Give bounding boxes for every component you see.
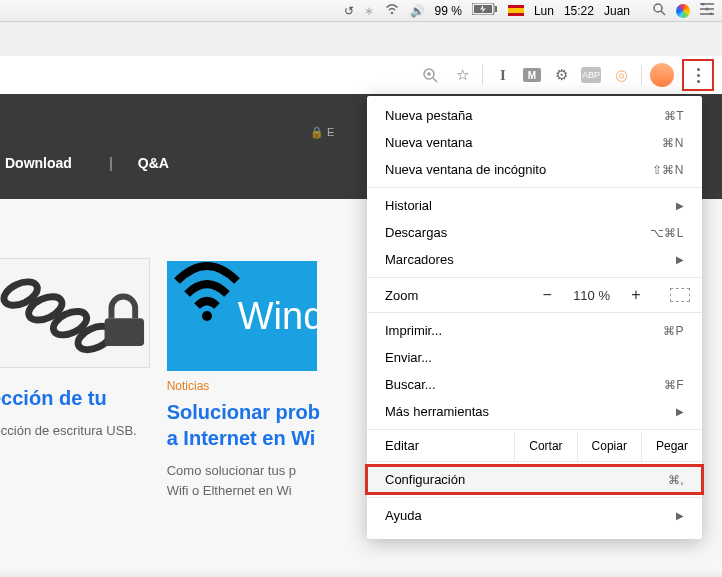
tab-strip-area xyxy=(0,22,722,56)
notification-center-icon[interactable] xyxy=(700,3,714,18)
menu-edit-row: Editar Cortar Copiar Pegar xyxy=(367,430,702,461)
svg-line-13 xyxy=(433,78,437,82)
card-image xyxy=(0,258,150,368)
edit-copy-button[interactable]: Copiar xyxy=(577,431,641,461)
zoom-value: 110 % xyxy=(573,288,610,303)
toolbar-separator xyxy=(482,65,483,85)
card-image: Wind xyxy=(167,261,317,371)
chrome-context-menu: Nueva pestaña⌘T Nueva ventana⌘N Nueva ve… xyxy=(367,96,702,539)
card-title: Solucionar proba Internet en Wi xyxy=(167,399,320,451)
svg-point-4 xyxy=(654,4,662,12)
edit-paste-button[interactable]: Pegar xyxy=(641,431,702,461)
profile-avatar[interactable] xyxy=(650,63,674,87)
page-nav: Download|Q&A xyxy=(5,155,194,171)
card-body: tección de escritura USB. xyxy=(0,421,137,441)
chevron-right-icon: ▶ xyxy=(676,254,684,265)
extension-instapaper-icon[interactable]: I xyxy=(491,63,515,87)
menu-settings[interactable]: Configuración⌘, xyxy=(367,466,702,493)
zoom-in-button[interactable]: + xyxy=(626,286,646,304)
toolbar-separator xyxy=(641,65,642,85)
spotlight-icon[interactable] xyxy=(652,2,666,19)
svg-point-10 xyxy=(706,8,709,11)
chevron-right-icon: ▶ xyxy=(676,406,684,417)
article-card-1[interactable]: ección de tu tección de escritura USB. xyxy=(0,261,137,557)
browser-toolbar: ☆ I M ⚙ ABP ◎ xyxy=(0,56,722,94)
menu-zoom-row: Zoom − 110 % + xyxy=(367,282,702,308)
zoom-indicator-icon[interactable] xyxy=(418,63,442,87)
menu-bookmarks[interactable]: Marcadores▶ xyxy=(367,246,702,273)
svg-point-9 xyxy=(702,3,705,6)
card-body: Como solucionar tus pWifi o Elthernet en… xyxy=(167,461,320,500)
wifi-icon[interactable] xyxy=(384,3,400,18)
svg-rect-21 xyxy=(105,318,145,346)
menu-find[interactable]: Buscar...⌘F xyxy=(367,371,702,398)
svg-rect-2 xyxy=(495,6,497,12)
wifi-graphic-icon xyxy=(172,261,242,350)
chevron-right-icon: ▶ xyxy=(676,510,684,521)
menu-button-highlight xyxy=(682,59,714,91)
article-card-2[interactable]: Wind Noticias Solucionar proba Internet … xyxy=(167,261,320,557)
time: 15:22 xyxy=(564,4,594,18)
bluetooth-icon[interactable]: ∗ xyxy=(364,4,374,18)
extension-gmail-icon[interactable]: M xyxy=(523,68,541,82)
nav-qa[interactable]: Q&A xyxy=(138,155,169,171)
siri-icon[interactable] xyxy=(676,4,690,18)
svg-point-0 xyxy=(390,12,392,14)
bookmark-star-icon[interactable]: ☆ xyxy=(450,63,474,87)
menu-downloads[interactable]: Descargas⌥⌘L xyxy=(367,219,702,246)
fullscreen-button[interactable] xyxy=(670,288,690,302)
menu-new-window[interactable]: Nueva ventana⌘N xyxy=(367,129,702,156)
menu-help[interactable]: Ayuda▶ xyxy=(367,502,702,529)
time-machine-icon[interactable]: ↺ xyxy=(344,4,354,18)
extension-gear-icon[interactable]: ⚙ xyxy=(549,63,573,87)
user-name[interactable]: Juan xyxy=(604,4,630,18)
macos-menubar: ↺ ∗ 🔊 99 % Lun 15:22 Juan xyxy=(0,0,722,22)
input-source-flag[interactable] xyxy=(508,5,524,16)
extension-abp-icon[interactable]: ABP xyxy=(581,67,601,83)
battery-percent: 99 % xyxy=(435,4,462,18)
menu-new-tab[interactable]: Nueva pestaña⌘T xyxy=(367,102,702,129)
card-category[interactable]: Noticias xyxy=(167,379,320,393)
edit-cut-button[interactable]: Cortar xyxy=(514,431,576,461)
extension-target-icon[interactable]: ◎ xyxy=(609,63,633,87)
menu-send[interactable]: Enviar... xyxy=(367,344,702,371)
menu-print[interactable]: Imprimir...⌘P xyxy=(367,317,702,344)
date-day: Lun xyxy=(534,4,554,18)
menu-more-tools[interactable]: Más herramientas▶ xyxy=(367,398,702,425)
card-image-text: Wind xyxy=(238,295,317,338)
lock-icon: 🔒 E xyxy=(310,126,334,139)
chevron-right-icon: ▶ xyxy=(676,200,684,211)
volume-icon[interactable]: 🔊 xyxy=(410,4,425,18)
zoom-out-button[interactable]: − xyxy=(537,286,557,304)
chrome-menu-button[interactable] xyxy=(686,63,710,87)
menu-incognito[interactable]: Nueva ventana de incógnito⇧⌘N xyxy=(367,156,702,183)
svg-line-5 xyxy=(661,11,665,15)
card-title: ección de tu xyxy=(0,385,137,411)
svg-point-11 xyxy=(710,13,713,16)
battery-icon[interactable] xyxy=(472,3,498,18)
menu-history[interactable]: Historial▶ xyxy=(367,192,702,219)
svg-point-22 xyxy=(202,311,212,321)
nav-download[interactable]: Download xyxy=(5,155,72,171)
